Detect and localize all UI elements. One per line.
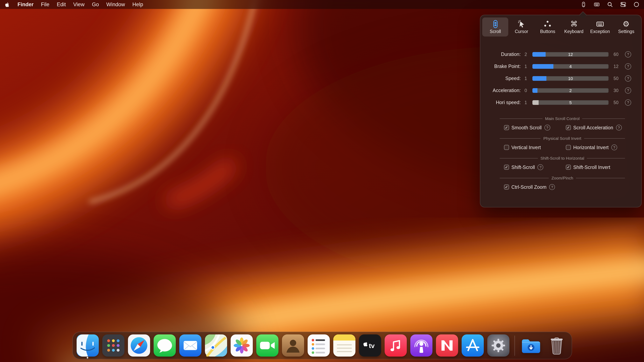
dock-item-safari[interactable]	[128, 335, 150, 357]
help-icon[interactable]: ?	[616, 125, 622, 131]
checkbox-box[interactable]	[504, 145, 509, 150]
buttons-icon	[544, 20, 552, 28]
checkbox-scroll-acceleration[interactable]: ✓Scroll Acceleration?	[566, 125, 622, 131]
settings-icon: ⚙	[622, 20, 630, 28]
dock-item-downloads[interactable]	[520, 335, 542, 357]
help-icon[interactable]: ?	[625, 75, 631, 81]
checkbox-shift-scroll-invert[interactable]: ✓Shift-Scroll Invert	[566, 165, 610, 170]
tab-label: Exception	[590, 29, 610, 34]
checkbox-box[interactable]: ✓	[504, 165, 509, 170]
speed-slider[interactable]: 10	[532, 76, 608, 81]
dock-item-music[interactable]	[384, 335, 406, 357]
slider-value: 10	[532, 76, 608, 81]
control-center-icon[interactable]	[620, 1, 626, 7]
acceleration-slider[interactable]: 2	[532, 88, 608, 93]
checkbox-label: Horizontal Invert	[573, 145, 608, 150]
dock-item-settings[interactable]	[487, 335, 509, 357]
help-icon[interactable]: ?	[625, 63, 631, 69]
brake-point-slider[interactable]: 4	[532, 64, 608, 69]
desktop: Finder FileEditViewGoWindowHelp ScrollCu…	[0, 0, 644, 362]
tab-exception[interactable]: Exception	[587, 17, 613, 36]
dock-item-maps[interactable]	[205, 335, 227, 357]
help-icon[interactable]: ?	[625, 87, 631, 93]
slider-value: 4	[532, 64, 608, 69]
section-title: Shift-Scroll to Horizontal	[540, 156, 584, 161]
dock-item-tv[interactable]: tv	[359, 335, 381, 357]
exception-icon	[596, 20, 604, 28]
slider-min-value: 1	[521, 76, 531, 81]
dock-item-news[interactable]	[436, 335, 458, 357]
section-title: Zoom/Pinch	[552, 176, 573, 180]
keyboard-icon[interactable]	[594, 1, 600, 7]
menu-help[interactable]: Help	[132, 1, 143, 7]
menubar: Finder FileEditViewGoWindowHelp	[0, 0, 644, 9]
dock-item-trash[interactable]	[546, 335, 568, 357]
brake-point-slider-row: Brake Point:1412?	[480, 60, 641, 72]
divider-line	[576, 178, 625, 178]
menu-window[interactable]: Window	[106, 1, 125, 7]
help-icon[interactable]: ?	[544, 125, 550, 131]
svg-text:tv: tv	[369, 342, 374, 349]
dock-item-messages[interactable]	[154, 335, 176, 357]
dock-item-photos[interactable]	[230, 335, 252, 357]
tab-buttons[interactable]: Buttons	[534, 17, 561, 36]
checkbox-row: ✓Smooth Scroll?✓Scroll Acceleration?	[504, 125, 641, 131]
checkbox-ctrl-scroll-zoom[interactable]: ✓Ctrl-Scroll Zoom?	[504, 184, 555, 190]
checkbox-shift-scroll[interactable]: ✓Shift-Scroll?	[504, 164, 566, 170]
checkbox-vertical-invert[interactable]: Vertical Invert	[504, 145, 566, 150]
divider-line	[500, 118, 542, 119]
dock-item-notes[interactable]	[333, 335, 355, 357]
tab-label: Keyboard	[564, 29, 583, 34]
dock-item-facetime[interactable]	[256, 335, 278, 357]
checkbox-box[interactable]	[566, 145, 571, 150]
checkbox-horizontal-invert[interactable]: Horizontal Invert?	[566, 145, 617, 150]
section-title: Main Scroll Control	[545, 116, 580, 121]
checkbox-row: Vertical InvertHorizontal Invert?	[504, 145, 641, 150]
scroll-sliders: Duration:21260?Brake Point:1412?Speed:11…	[480, 48, 641, 108]
tab-cursor[interactable]: Cursor	[508, 17, 535, 36]
dock-item-reminders[interactable]	[308, 335, 330, 357]
dock-item-appstore[interactable]	[462, 335, 484, 357]
divider-line	[500, 138, 541, 139]
slider-label: Acceleration:	[480, 88, 521, 93]
hori-speed-slider[interactable]: 5	[532, 100, 608, 105]
checkbox-box[interactable]: ✓	[504, 184, 509, 189]
menu-file[interactable]: File	[41, 1, 50, 7]
checkbox-label: Scroll Acceleration	[573, 125, 613, 130]
menu-view[interactable]: View	[73, 1, 84, 7]
tab-settings[interactable]: ⚙Settings	[613, 17, 639, 36]
help-icon[interactable]: ?	[625, 51, 631, 57]
duration-slider[interactable]: 12	[532, 52, 608, 56]
spotlight-icon[interactable]	[607, 1, 613, 7]
divider-line	[584, 138, 625, 139]
slider-value: 2	[532, 88, 608, 93]
dock-item-launchpad[interactable]	[102, 335, 124, 357]
mos-mouse-icon[interactable]	[580, 1, 586, 7]
cursor-icon	[517, 20, 526, 28]
help-icon[interactable]: ?	[625, 99, 631, 105]
speed-slider-row: Speed:11050?	[480, 72, 641, 84]
menu-edit[interactable]: Edit	[57, 1, 66, 7]
section-header-physical-scroll-invert: Physical Scroll Invert	[500, 136, 625, 141]
menu-go[interactable]: Go	[92, 1, 99, 7]
tab-keyboard[interactable]: ⌘Keyboard	[561, 17, 587, 36]
apple-menu-icon[interactable]	[5, 2, 10, 7]
slider-max-value: 50	[610, 100, 622, 105]
checkbox-smooth-scroll[interactable]: ✓Smooth Scroll?	[504, 125, 566, 131]
checkbox-box[interactable]: ✓	[566, 165, 571, 170]
help-icon[interactable]: ?	[538, 164, 544, 170]
dock-item-contacts[interactable]	[282, 335, 304, 357]
help-icon[interactable]: ?	[611, 145, 617, 150]
user-circle-icon[interactable]	[634, 1, 639, 7]
slider-label: Hori speed:	[480, 100, 521, 105]
checkbox-box[interactable]: ✓	[504, 125, 509, 130]
dock-item-mail[interactable]	[179, 335, 201, 357]
tab-scroll[interactable]: Scroll	[482, 17, 508, 36]
slider-max-value: 12	[610, 64, 622, 69]
dock-item-finder[interactable]	[76, 335, 98, 357]
help-icon[interactable]: ?	[549, 184, 555, 190]
dock-item-podcasts[interactable]	[410, 335, 432, 357]
divider-line	[500, 178, 549, 178]
menubar-app-name[interactable]: Finder	[18, 1, 34, 7]
checkbox-box[interactable]: ✓	[566, 125, 571, 130]
